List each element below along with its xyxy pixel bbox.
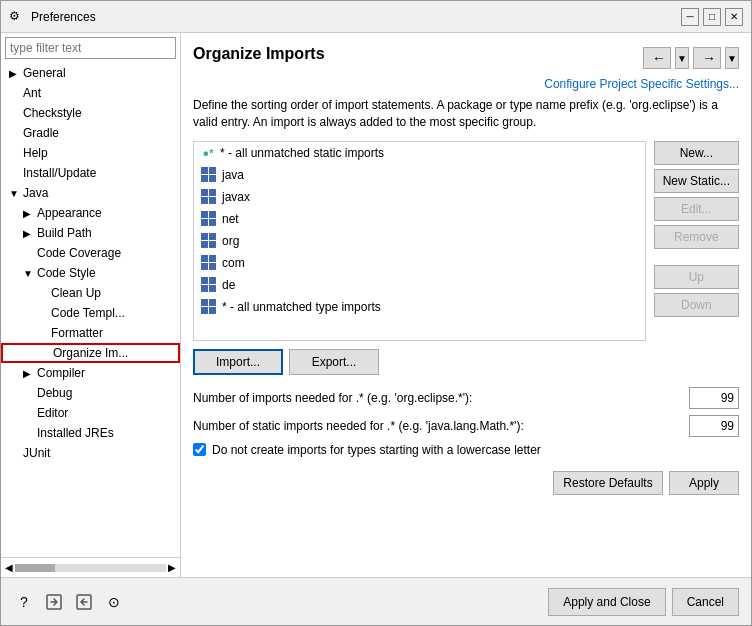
minimize-button[interactable]: ─	[681, 8, 699, 26]
sidebar-item-java[interactable]: ▼ Java	[1, 183, 180, 203]
settings-icon[interactable]: ⊙	[103, 591, 125, 613]
new-button[interactable]: New...	[654, 141, 739, 165]
import-item-net[interactable]: net	[194, 208, 645, 230]
title-bar: ⚙ Preferences ─ □ ✕	[1, 1, 751, 33]
new-static-button[interactable]: New Static...	[654, 169, 739, 193]
sidebar-item-ant[interactable]: Ant	[1, 83, 180, 103]
sidebar-item-label: Checkstyle	[23, 106, 82, 120]
lowercase-checkbox[interactable]	[193, 443, 206, 456]
chevron-icon: ▶	[23, 228, 37, 239]
remove-button[interactable]: Remove	[654, 225, 739, 249]
sidebar-item-install-update[interactable]: Install/Update	[1, 163, 180, 183]
lowercase-checkbox-label: Do not create imports for types starting…	[212, 443, 541, 457]
edit-button[interactable]: Edit...	[654, 197, 739, 221]
import-label: net	[222, 212, 239, 226]
sidebar-item-code-templates[interactable]: Code Templ...	[1, 303, 180, 323]
window-icon: ⚙	[9, 9, 25, 25]
sidebar-item-compiler[interactable]: ▶ Compiler	[1, 363, 180, 383]
apply-close-button[interactable]: Apply and Close	[548, 588, 665, 616]
pkg-import-icon	[200, 299, 216, 315]
import-label: com	[222, 256, 245, 270]
pkg-import-icon	[200, 277, 216, 293]
sidebar-item-code-style[interactable]: ▼ Code Style	[1, 263, 180, 283]
sidebar-item-appearance[interactable]: ▶ Appearance	[1, 203, 180, 223]
import-label: * - all unmatched static imports	[220, 146, 384, 160]
import-item-de[interactable]: de	[194, 274, 645, 296]
scroll-left-btn[interactable]: ◀	[5, 562, 13, 573]
imports-needed-row: Number of imports needed for .* (e.g. 'o…	[193, 387, 739, 409]
apply-button[interactable]: Apply	[669, 471, 739, 495]
import-prefs-icon[interactable]	[73, 591, 95, 613]
sidebar-item-label: Appearance	[37, 206, 102, 220]
imports-needed-input[interactable]	[689, 387, 739, 409]
down-button[interactable]: Down	[654, 293, 739, 317]
sidebar-item-label: JUnit	[23, 446, 50, 460]
chevron-icon: ▶	[9, 68, 23, 79]
pkg-import-icon	[200, 167, 216, 183]
sidebar-item-help[interactable]: Help	[1, 143, 180, 163]
static-imports-needed-input[interactable]	[689, 415, 739, 437]
sidebar-item-label: Organize Im...	[53, 346, 128, 360]
nav-dropdown-button[interactable]: ▼	[675, 47, 689, 69]
import-button[interactable]: Import...	[193, 349, 283, 375]
config-link[interactable]: Configure Project Specific Settings...	[193, 77, 739, 91]
cancel-button[interactable]: Cancel	[672, 588, 739, 616]
imports-needed-label: Number of imports needed for .* (e.g. 'o…	[193, 391, 689, 405]
bottom-action-buttons: Apply and Close Cancel	[548, 588, 739, 616]
filter-input[interactable]	[5, 37, 176, 59]
description-text: Define the sorting order of import state…	[193, 97, 739, 131]
help-icon[interactable]: ?	[13, 591, 35, 613]
import-item-org[interactable]: org	[194, 230, 645, 252]
static-imports-needed-row: Number of static imports needed for .* (…	[193, 415, 739, 437]
preferences-window: ⚙ Preferences ─ □ ✕ ▶ General	[0, 0, 752, 626]
export-prefs-icon[interactable]	[43, 591, 65, 613]
maximize-button[interactable]: □	[703, 8, 721, 26]
import-item-type-all[interactable]: * - all unmatched type imports	[194, 296, 645, 318]
nav-forward-dropdown-button[interactable]: ▼	[725, 47, 739, 69]
bottom-bar: ? ⊙ Apply and Close Cancel	[1, 577, 751, 625]
import-label: de	[222, 278, 235, 292]
import-label: * - all unmatched type imports	[222, 300, 381, 314]
restore-apply-row: Restore Defaults Apply	[193, 471, 739, 495]
close-button[interactable]: ✕	[725, 8, 743, 26]
import-item-static-all[interactable]: ●* * - all unmatched static imports	[194, 142, 645, 164]
sidebar-item-checkstyle[interactable]: Checkstyle	[1, 103, 180, 123]
sidebar-item-junit[interactable]: JUnit	[1, 443, 180, 463]
sidebar-scrollbar: ◀ ▶	[1, 557, 180, 577]
static-import-icon: ●*	[200, 145, 216, 161]
sidebar: ▶ General Ant Checkstyle	[1, 33, 181, 577]
sidebar-item-label: Formatter	[51, 326, 103, 340]
restore-defaults-button[interactable]: Restore Defaults	[553, 471, 663, 495]
sidebar-item-label: General	[23, 66, 66, 80]
sidebar-item-code-coverage[interactable]: Code Coverage	[1, 243, 180, 263]
sidebar-scroll-area: ▶ General Ant Checkstyle	[1, 63, 180, 557]
imports-list: ●* * - all unmatched static imports java	[193, 141, 646, 341]
export-button[interactable]: Export...	[289, 349, 379, 375]
nav-forward-button[interactable]: →	[693, 47, 721, 69]
pkg-import-icon	[200, 211, 216, 227]
sidebar-item-label: Ant	[23, 86, 41, 100]
sidebar-item-build-path[interactable]: ▶ Build Path	[1, 223, 180, 243]
up-button[interactable]: Up	[654, 265, 739, 289]
sidebar-item-label: Code Coverage	[37, 246, 121, 260]
sidebar-item-installed-jres[interactable]: Installed JREs	[1, 423, 180, 443]
sidebar-item-debug[interactable]: Debug	[1, 383, 180, 403]
sidebar-item-label: Clean Up	[51, 286, 101, 300]
scroll-right-btn[interactable]: ▶	[168, 562, 176, 573]
sidebar-item-editor[interactable]: Editor	[1, 403, 180, 423]
sidebar-item-organize-imports[interactable]: Organize Im...	[1, 343, 180, 363]
title-bar-controls: ─ □ ✕	[681, 8, 743, 26]
content-title: Organize Imports	[193, 45, 325, 63]
import-item-javax[interactable]: javax	[194, 186, 645, 208]
import-item-java[interactable]: java	[194, 164, 645, 186]
sidebar-item-formatter[interactable]: Formatter	[1, 323, 180, 343]
import-label: org	[222, 234, 239, 248]
nav-back-button[interactable]: ←	[643, 47, 671, 69]
sidebar-item-label: Code Style	[37, 266, 96, 280]
sidebar-item-general[interactable]: ▶ General	[1, 63, 180, 83]
sidebar-item-clean-up[interactable]: Clean Up	[1, 283, 180, 303]
bottom-icons: ? ⊙	[13, 591, 125, 613]
import-item-com[interactable]: com	[194, 252, 645, 274]
pkg-import-icon	[200, 233, 216, 249]
sidebar-item-gradle[interactable]: Gradle	[1, 123, 180, 143]
